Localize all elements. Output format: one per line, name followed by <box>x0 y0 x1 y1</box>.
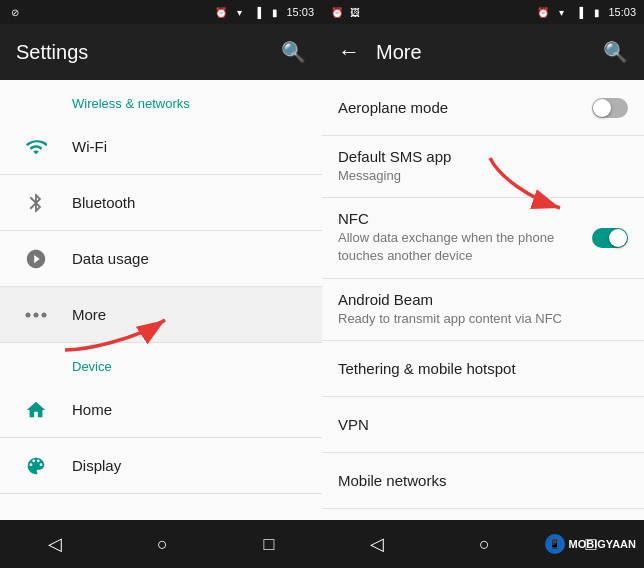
right-content: Aeroplane mode Default SMS app Messaging… <box>322 80 644 520</box>
bluetooth-icon <box>16 183 56 223</box>
aeroplane-toggle[interactable] <box>592 98 628 118</box>
left-status-right: ⏰ ▾ ▐ ▮ 15:03 <box>214 5 314 19</box>
more-text: More <box>72 306 306 323</box>
left-status-icons: ⊘ <box>8 5 22 19</box>
display-item[interactable]: Display <box>0 438 322 494</box>
nfc-toggle-knob <box>609 229 627 247</box>
sms-subtitle: Messaging <box>338 167 628 185</box>
data-usage-text: Data usage <box>72 250 306 267</box>
vpn-item[interactable]: VPN <box>322 397 644 453</box>
watermark-text: MOBIGYAAN <box>569 538 636 550</box>
home-icon <box>16 390 56 430</box>
right-panel: ⏰ 🖼 ⏰ ▾ ▐ ▮ 15:03 ← More 🔍 <box>322 0 644 568</box>
left-time: 15:03 <box>286 6 314 18</box>
right-nav-bar: ◁ ○ □ 📱 MOBIGYAAN <box>322 520 644 568</box>
device-section-header: Device <box>0 343 322 382</box>
tethering-item[interactable]: Tethering & mobile hotspot <box>322 341 644 397</box>
more-item[interactable]: More <box>0 287 322 343</box>
mobile-networks-title: Mobile networks <box>338 472 628 489</box>
wifi-text: Wi-Fi <box>72 138 306 155</box>
bluetooth-item[interactable]: Bluetooth <box>0 175 322 231</box>
svg-point-2 <box>42 312 47 317</box>
right-alarm2-icon: ⏰ <box>536 5 550 19</box>
nfc-text: NFC Allow data exchange when the phone t… <box>338 198 592 277</box>
tethering-text: Tethering & mobile hotspot <box>338 348 628 389</box>
right-alarm-icon: ⏰ <box>330 5 344 19</box>
aeroplane-title: Aeroplane mode <box>338 99 592 116</box>
sms-title: Default SMS app <box>338 148 628 165</box>
left-app-bar: Settings 🔍 <box>0 24 322 80</box>
more-title: More <box>72 306 306 323</box>
battery-icon: ▮ <box>268 5 282 19</box>
nfc-title: NFC <box>338 210 592 227</box>
display-icon <box>16 446 56 486</box>
home-text: Home <box>72 401 306 418</box>
right-time: 15:03 <box>608 6 636 18</box>
right-title: More <box>376 41 422 64</box>
wifi-title: Wi-Fi <box>72 138 306 155</box>
wifi-item[interactable]: Wi-Fi <box>0 119 322 175</box>
right-battery-icon: ▮ <box>590 5 604 19</box>
bluetooth-text: Bluetooth <box>72 194 306 211</box>
signal-icon: ▐ <box>250 5 264 19</box>
left-status-bar: ⊘ ⏰ ▾ ▐ ▮ 15:03 <box>0 0 322 24</box>
android-beam-item[interactable]: Android Beam Ready to transmit app conte… <box>322 279 644 341</box>
wifi-icon <box>16 127 56 167</box>
svg-point-0 <box>26 312 31 317</box>
left-home-btn[interactable]: ○ <box>137 526 188 563</box>
right-home-btn[interactable]: ○ <box>459 526 510 563</box>
mobile-networks-text: Mobile networks <box>338 460 628 501</box>
aeroplane-item[interactable]: Aeroplane mode <box>322 80 644 136</box>
aeroplane-text: Aeroplane mode <box>338 87 592 128</box>
home-item[interactable]: Home <box>0 382 322 438</box>
back-icon[interactable]: ← <box>338 39 360 65</box>
more-icon <box>16 295 56 335</box>
bluetooth-title: Bluetooth <box>72 194 306 211</box>
right-img-icon: 🖼 <box>348 5 362 19</box>
tethering-title: Tethering & mobile hotspot <box>338 360 628 377</box>
data-usage-title: Data usage <box>72 250 306 267</box>
nfc-subtitle: Allow data exchange when the phone touch… <box>338 229 592 265</box>
display-text: Display <box>72 457 306 474</box>
vpn-text: VPN <box>338 404 628 445</box>
android-beam-text: Android Beam Ready to transmit app conte… <box>338 279 628 340</box>
nfc-toggle[interactable] <box>592 228 628 248</box>
mobile-networks-item[interactable]: Mobile networks <box>322 453 644 509</box>
vpn-title: VPN <box>338 416 628 433</box>
nfc-item[interactable]: NFC Allow data exchange when the phone t… <box>322 198 644 278</box>
data-usage-icon <box>16 239 56 279</box>
aeroplane-toggle-knob <box>593 99 611 117</box>
home-title: Home <box>72 401 306 418</box>
sms-item[interactable]: Default SMS app Messaging <box>322 136 644 198</box>
android-beam-subtitle: Ready to transmit app content via NFC <box>338 310 628 328</box>
right-status-bar: ⏰ 🖼 ⏰ ▾ ▐ ▮ 15:03 <box>322 0 644 24</box>
left-back-btn[interactable]: ◁ <box>28 525 82 563</box>
data-usage-item[interactable]: Data usage <box>0 231 322 287</box>
no-sim-icon: ⊘ <box>8 5 22 19</box>
sms-text: Default SMS app Messaging <box>338 136 628 197</box>
right-app-bar: ← More 🔍 <box>322 24 644 80</box>
right-wifi-icon: ▾ <box>554 5 568 19</box>
emergency-item[interactable]: Emergency broadcasts <box>322 509 644 520</box>
wifi-status-icon: ▾ <box>232 5 246 19</box>
left-title: Settings <box>16 41 88 64</box>
right-status-icons: ⏰ 🖼 <box>330 5 362 19</box>
right-status-right: ⏰ ▾ ▐ ▮ 15:03 <box>536 5 636 19</box>
left-panel: ⊘ ⏰ ▾ ▐ ▮ 15:03 Settings 🔍 Wireless & ne… <box>0 0 322 568</box>
alarm-icon: ⏰ <box>214 5 228 19</box>
left-nav-bar: ◁ ○ □ <box>0 520 322 568</box>
left-content: Wireless & networks Wi-Fi <box>0 80 322 520</box>
right-back-btn[interactable]: ◁ <box>350 525 404 563</box>
right-signal-icon: ▐ <box>572 5 586 19</box>
right-app-bar-left: ← More <box>338 39 422 65</box>
left-search-icon[interactable]: 🔍 <box>281 40 306 64</box>
right-search-icon[interactable]: 🔍 <box>603 40 628 64</box>
left-recent-btn[interactable]: □ <box>243 526 294 563</box>
display-title: Display <box>72 457 306 474</box>
android-beam-title: Android Beam <box>338 291 628 308</box>
wireless-section-header: Wireless & networks <box>0 80 322 119</box>
watermark: 📱 MOBIGYAAN <box>545 520 644 568</box>
svg-point-1 <box>34 312 39 317</box>
watermark-icon: 📱 <box>545 534 565 554</box>
